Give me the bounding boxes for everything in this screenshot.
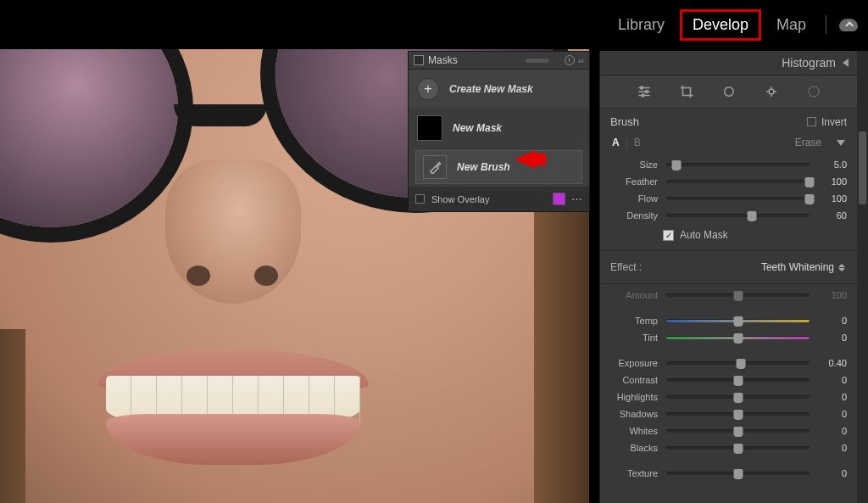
brush-item-label: New Brush [457,161,510,173]
svg-rect-3 [722,86,735,98]
crop-icon[interactable] [678,83,695,100]
masks-footer: Show Overlay ··· [409,187,589,211]
more-options-icon[interactable]: ··· [572,194,582,204]
expand-icon[interactable]: ›› [578,55,584,65]
masks-icon [414,55,424,65]
masks-title: Masks [428,54,520,66]
erase-button[interactable]: Erase [795,137,821,148]
nav-map[interactable]: Map [770,13,813,37]
nav-library[interactable]: Library [611,13,671,37]
whites-slider[interactable]: Whites0 [600,422,857,439]
redeye-icon[interactable] [763,83,780,100]
disclosure-triangle-icon[interactable] [837,140,845,146]
module-nav: Library Develop Map [0,0,868,49]
brush-panel-header: Brush Invert [600,109,857,135]
brush-ab-row: A | B Erase [600,135,857,156]
temp-slider[interactable]: Temp0 [600,312,857,329]
brush-b-button[interactable]: B [634,137,641,148]
tool-strip [600,75,857,109]
tint-slider[interactable]: Tint0 [600,329,857,346]
auto-mask-row: ✓ Auto Mask [600,224,857,248]
histogram-header[interactable]: Histogram [600,51,857,75]
texture-slider[interactable]: Texture0 [600,465,857,482]
effect-value: Teeth Whitening [761,261,834,273]
panel-scrollbar[interactable] [857,51,868,503]
mask-item[interactable]: New Mask [409,109,589,148]
annotation-arrow-icon [515,150,536,169]
show-overlay-checkbox[interactable] [415,194,425,204]
plus-icon: + [417,78,439,100]
histogram-label: Histogram [782,56,836,70]
invert-label: Invert [821,116,847,128]
show-overlay-label: Show Overlay [431,194,489,204]
nav-develop[interactable]: Develop [680,9,761,41]
masks-panel-header[interactable]: Masks i ›› [409,52,589,70]
flow-slider[interactable]: Flow100 [600,190,857,207]
blacks-slider[interactable]: Blacks0 [600,439,857,456]
effect-label: Effect : [610,261,642,273]
brush-item-selected[interactable]: New Brush [415,150,582,184]
masking-icon[interactable] [805,83,822,100]
mask-item-label: New Mask [453,122,502,134]
shadows-slider[interactable]: Shadows0 [600,405,857,422]
create-mask-label: Create New Mask [449,83,533,95]
density-slider[interactable]: Density60 [600,207,857,224]
auto-mask-label: Auto Mask [680,229,728,241]
overlay-color-swatch[interactable] [553,193,565,205]
edit-sliders-icon[interactable] [636,83,653,100]
brush-label: Brush [610,115,639,128]
effect-stepper-icon[interactable] [838,264,845,271]
amount-slider: Amount100 [600,287,857,304]
develop-right-panel: Histogram Brush Invert A | B Erase Size5… [599,51,868,503]
svg-point-5 [809,87,819,97]
auto-mask-checkbox[interactable]: ✓ [663,230,674,241]
brush-icon [423,155,447,179]
scrollbar-thumb[interactable] [859,131,866,204]
collapse-triangle-icon[interactable] [843,59,849,67]
contrast-slider[interactable]: Contrast0 [600,372,857,388]
size-slider[interactable]: Size5.0 [600,156,857,173]
healing-icon[interactable] [721,83,737,100]
brush-a-button[interactable]: A [612,137,620,148]
svg-point-4 [769,89,774,94]
create-new-mask-button[interactable]: + Create New Mask [409,70,589,109]
cloud-sync-icon[interactable] [839,19,858,31]
info-icon[interactable]: i [565,55,575,65]
nav-divider [826,15,826,34]
invert-checkbox[interactable] [807,117,816,126]
highlights-slider[interactable]: Highlights0 [600,388,857,405]
effect-selector[interactable]: Effect : Teeth Whitening [600,254,857,281]
exposure-slider[interactable]: Exposure0.40 [600,355,857,372]
mask-thumbnail [417,115,442,141]
masks-panel: Masks i ›› + Create New Mask New Mask Ne… [408,51,590,212]
drag-handle-icon[interactable] [526,59,549,63]
feather-slider[interactable]: Feather100 [600,173,857,190]
